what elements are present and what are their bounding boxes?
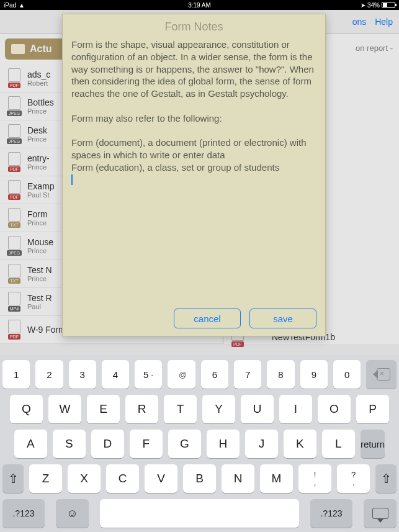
keyboard-row-zxcv: ⇧ ZXCVBNM !,?. ⇧ xyxy=(2,464,397,493)
letter-key[interactable]: J xyxy=(245,430,278,458)
letter-key[interactable]: X xyxy=(68,464,101,493)
emoji-key[interactable]: ☺ xyxy=(56,499,89,528)
keyboard-row-asdf: ASDFGHJKL return xyxy=(2,430,397,458)
letter-key[interactable]: Y xyxy=(202,395,235,423)
letter-key[interactable]: A xyxy=(14,430,47,458)
device-label: iPad xyxy=(4,2,16,9)
shift-icon: ⇧ xyxy=(8,471,19,486)
battery-percent: 34% xyxy=(367,2,380,9)
numtoggle-key-right[interactable]: .?123 xyxy=(310,499,352,528)
letter-key[interactable]: R xyxy=(125,395,158,423)
punct-key[interactable]: !, xyxy=(298,464,331,493)
number-key[interactable]: 1 xyxy=(2,360,30,389)
letter-key[interactable]: H xyxy=(207,430,240,458)
shift-key-right[interactable]: ⇧ xyxy=(375,464,397,493)
letter-key[interactable]: M xyxy=(260,464,293,493)
number-key[interactable]: @ xyxy=(168,360,195,389)
number-key[interactable]: 6 xyxy=(201,360,228,389)
letter-key[interactable]: B xyxy=(183,464,216,493)
letter-key[interactable]: E xyxy=(87,395,120,423)
modal-title: Form Notes xyxy=(71,20,316,34)
letter-key[interactable]: N xyxy=(222,464,254,493)
numtoggle-key-left[interactable]: .?123 xyxy=(2,499,45,528)
letter-key[interactable]: T xyxy=(164,395,197,423)
letter-key[interactable]: U xyxy=(241,395,274,423)
number-key[interactable]: 2 xyxy=(35,360,63,389)
backspace-key[interactable]: × xyxy=(366,360,397,389)
letter-key[interactable]: D xyxy=(91,430,124,458)
letter-key[interactable]: V xyxy=(145,464,177,493)
number-key[interactable]: 0 xyxy=(333,360,361,389)
text-cursor xyxy=(71,174,73,185)
punct-key[interactable]: ?. xyxy=(337,464,370,493)
number-key[interactable]: 9 xyxy=(300,360,328,389)
save-button[interactable]: save xyxy=(249,309,316,328)
modal-textarea[interactable]: Form is the shape, visual appearance, co… xyxy=(71,38,316,304)
return-key[interactable]: return xyxy=(361,430,385,458)
letter-key[interactable]: Z xyxy=(29,464,62,493)
location-icon: ➤ xyxy=(361,2,365,9)
letter-key[interactable]: W xyxy=(48,395,81,423)
letter-key[interactable]: G xyxy=(168,430,201,458)
backspace-icon: × xyxy=(373,368,390,381)
keyboard-row-bottom: .?123 ☺ .?123 xyxy=(2,499,397,528)
letter-key[interactable]: C xyxy=(106,464,139,493)
keyboard-row-qwerty: QWERTYUIOP xyxy=(2,395,397,423)
wifi-icon: ▲ xyxy=(19,2,25,9)
keyboard-row-numbers: 12345-@67890× xyxy=(2,360,397,389)
dismiss-keyboard-icon xyxy=(372,508,388,519)
letter-key[interactable]: S xyxy=(53,430,86,458)
letter-key[interactable]: L xyxy=(322,430,355,458)
shift-key-left[interactable]: ⇧ xyxy=(2,464,24,493)
letter-key[interactable]: P xyxy=(356,395,389,423)
space-key[interactable] xyxy=(100,499,299,528)
number-key[interactable]: 5- xyxy=(135,360,162,389)
letter-key[interactable]: I xyxy=(279,395,312,423)
battery-icon xyxy=(382,2,395,8)
number-key[interactable]: 4 xyxy=(102,360,129,389)
number-key[interactable]: 7 xyxy=(234,360,261,389)
letter-key[interactable]: O xyxy=(318,395,351,423)
letter-key[interactable]: F xyxy=(130,430,163,458)
number-key[interactable]: 8 xyxy=(267,360,294,389)
form-notes-modal: Form Notes Form is the shape, visual app… xyxy=(62,14,326,336)
status-bar: iPad ▲ 3:19 AM ➤ 34% xyxy=(0,0,399,10)
cancel-button[interactable]: cancel xyxy=(174,309,241,328)
letter-key[interactable]: Q xyxy=(10,395,43,423)
letter-key[interactable]: K xyxy=(284,430,316,458)
dismiss-keyboard-key[interactable] xyxy=(364,499,397,528)
number-key[interactable]: 3 xyxy=(69,360,96,389)
onscreen-keyboard: 12345-@67890× QWERTYUIOP ASDFGHJKL retur… xyxy=(0,355,399,532)
shift-icon: ⇧ xyxy=(381,471,392,486)
modal-text: Form is the shape, visual appearance, co… xyxy=(71,39,316,173)
modal-actions: cancel save xyxy=(71,309,316,328)
clock: 3:19 AM xyxy=(188,2,211,9)
